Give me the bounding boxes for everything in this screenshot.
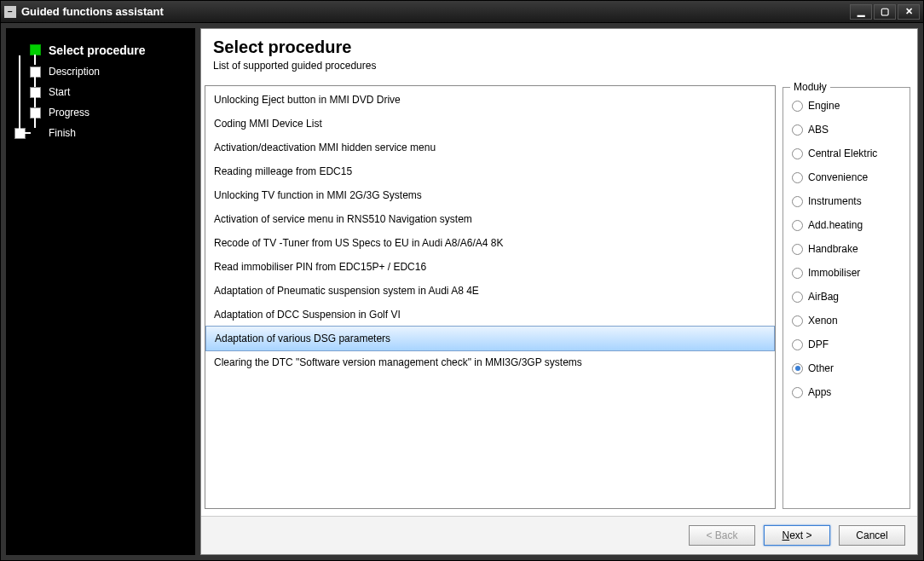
window-frame: − Guided functions assistant ▁ ▢ ✕ Selec… bbox=[0, 0, 924, 561]
module-legend: Moduły bbox=[790, 82, 830, 93]
procedure-item[interactable]: Coding MMI Device List bbox=[205, 112, 775, 136]
module-radio-item[interactable]: DPF bbox=[792, 338, 901, 350]
procedure-item[interactable]: Activation/deactivation MMI hidden servi… bbox=[205, 136, 775, 159]
module-radio-list: EngineABSCentral ElektricConvenienceInst… bbox=[792, 100, 901, 398]
maximize-button[interactable]: ▢ bbox=[874, 4, 896, 20]
module-label: Convenience bbox=[808, 171, 868, 183]
module-radio-item[interactable]: ABS bbox=[792, 124, 901, 136]
titlebar[interactable]: − Guided functions assistant ▁ ▢ ✕ bbox=[1, 1, 923, 23]
module-radio-item[interactable]: Engine bbox=[792, 100, 901, 112]
module-label: AirBag bbox=[808, 291, 839, 303]
next-button[interactable]: Next > bbox=[764, 525, 830, 546]
radio-icon bbox=[792, 315, 803, 327]
radio-icon bbox=[792, 387, 803, 398]
radio-icon bbox=[792, 363, 803, 374]
module-radio-item[interactable]: AirBag bbox=[792, 291, 901, 303]
module-radio-item[interactable]: Other bbox=[792, 362, 901, 374]
module-label: Other bbox=[808, 362, 834, 374]
window-title: Guided functions assistant bbox=[21, 5, 850, 18]
procedure-item[interactable]: Unlocking Eject button in MMI DVD Drive bbox=[205, 88, 775, 112]
back-label: < Back bbox=[706, 529, 737, 541]
step-item[interactable]: Progress bbox=[30, 103, 188, 122]
radio-icon bbox=[792, 101, 803, 112]
procedure-item[interactable]: Clearing the DTC "Software version manag… bbox=[205, 350, 775, 374]
procedure-item[interactable]: Adaptation of DCC Suspension in Golf VI bbox=[205, 303, 775, 327]
procedure-list[interactable]: Unlocking Eject button in MMI DVD DriveC… bbox=[205, 85, 776, 509]
header-area: Select procedure List of supported guide… bbox=[201, 29, 917, 82]
page-title: Select procedure bbox=[213, 38, 905, 57]
module-radio-item[interactable]: Apps bbox=[792, 386, 901, 398]
window-controls: ▁ ▢ ✕ bbox=[850, 4, 920, 20]
step-label: Start bbox=[49, 86, 70, 98]
step-item[interactable]: Start bbox=[30, 83, 188, 101]
step-item[interactable]: Description bbox=[30, 62, 188, 81]
window-body: Select procedureDescriptionStartProgress… bbox=[1, 23, 923, 560]
procedure-item[interactable]: Adaptation of various DSG parameters bbox=[205, 326, 775, 351]
module-group: Moduły EngineABSCentral ElektricConvenie… bbox=[783, 87, 910, 509]
module-label: Instruments bbox=[808, 195, 862, 207]
module-radio-item[interactable]: Instruments bbox=[792, 195, 901, 207]
module-label: Immobiliser bbox=[808, 267, 860, 279]
cancel-button[interactable]: Cancel bbox=[839, 525, 905, 546]
module-radio-item[interactable]: Convenience bbox=[792, 171, 901, 183]
radio-icon bbox=[792, 148, 803, 159]
radio-icon bbox=[792, 268, 803, 279]
wizard-sidebar: Select procedureDescriptionStartProgress… bbox=[6, 28, 195, 555]
module-radio-item[interactable]: Central Elektric bbox=[792, 147, 901, 159]
page-subtitle: List of supported guided procedures bbox=[213, 60, 905, 72]
next-mnemonic: N bbox=[782, 529, 789, 541]
module-label: Engine bbox=[808, 100, 840, 112]
radio-icon bbox=[792, 220, 803, 231]
step-label: Select procedure bbox=[49, 43, 146, 57]
module-label: Central Elektric bbox=[808, 147, 877, 159]
radio-icon bbox=[792, 244, 803, 255]
module-label: DPF bbox=[808, 338, 829, 350]
radio-icon bbox=[792, 196, 803, 207]
module-label: Xenon bbox=[808, 315, 838, 327]
cancel-label: Cancel bbox=[856, 529, 887, 541]
radio-icon bbox=[792, 292, 803, 303]
procedure-item[interactable]: Unlocking TV function in MMI 2G/3G Syste… bbox=[205, 183, 775, 207]
module-radio-item[interactable]: Add.heating bbox=[792, 219, 901, 231]
step-item[interactable]: Finish bbox=[30, 124, 188, 142]
step-list: Select procedureDescriptionStartProgress… bbox=[30, 40, 188, 142]
minimize-button[interactable]: ▁ bbox=[850, 4, 872, 20]
procedure-item[interactable]: Activation of service menu in RNS510 Nav… bbox=[205, 207, 775, 231]
module-radio-item[interactable]: Xenon bbox=[792, 315, 901, 327]
procedure-item[interactable]: Adaptation of Pneumatic suspension syste… bbox=[205, 279, 775, 303]
close-button[interactable]: ✕ bbox=[898, 4, 920, 20]
module-label: ABS bbox=[808, 124, 829, 136]
step-label: Description bbox=[49, 66, 100, 78]
procedure-item[interactable]: Reading milleage from EDC15 bbox=[205, 159, 775, 183]
procedure-item[interactable]: Recode of TV -Tuner from US Specs to EU … bbox=[205, 231, 775, 255]
content-row: Unlocking Eject button in MMI DVD DriveC… bbox=[201, 82, 917, 516]
step-label: Finish bbox=[49, 127, 76, 139]
procedure-item[interactable]: Read immobiliser PIN from EDC15P+ / EDC1… bbox=[205, 255, 775, 279]
module-radio-item[interactable]: Immobiliser bbox=[792, 267, 901, 279]
radio-icon bbox=[792, 339, 803, 350]
radio-icon bbox=[792, 124, 803, 136]
module-label: Add.heating bbox=[808, 219, 863, 231]
radio-icon bbox=[792, 172, 803, 183]
step-label: Progress bbox=[49, 107, 90, 119]
wizard-footer: < Back Next > Cancel bbox=[201, 516, 917, 554]
module-label: Apps bbox=[808, 386, 831, 398]
next-suffix: ext > bbox=[789, 529, 811, 541]
step-item[interactable]: Select procedure bbox=[30, 40, 188, 61]
main-area: Select procedure List of supported guide… bbox=[200, 28, 918, 555]
module-radio-item[interactable]: Handbrake bbox=[792, 243, 901, 255]
back-button: < Back bbox=[689, 525, 755, 546]
module-label: Handbrake bbox=[808, 243, 858, 255]
app-icon: − bbox=[4, 6, 16, 18]
